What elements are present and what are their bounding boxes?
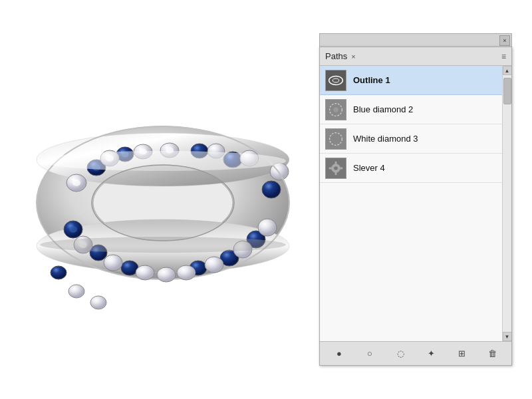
main-container: × Paths × ≡ Outline 1 (0, 0, 532, 399)
stroke-path-button[interactable]: ○ (362, 346, 378, 362)
path-label: Blue diamond 2 (353, 104, 413, 114)
panel-menu-icon[interactable]: ≡ (501, 52, 506, 61)
svg-point-37 (157, 267, 176, 282)
path-label: White diamond 3 (353, 134, 418, 144)
svg-point-45 (51, 266, 66, 279)
panel-title-right: ≡ (501, 52, 506, 61)
paths-panel: Paths × ≡ Outline 1 Blue diamond 2 (319, 47, 512, 366)
svg-rect-54 (326, 129, 346, 149)
panel-title-left: Paths × (325, 51, 356, 61)
scrollbar-track[interactable] (503, 75, 511, 332)
svg-rect-60 (335, 172, 337, 175)
scrollbar-thumb[interactable] (503, 78, 511, 104)
svg-point-38 (177, 265, 196, 280)
scrollbar-arrow-down[interactable]: ▼ (503, 332, 512, 341)
ring-image-area (20, 20, 313, 379)
path-label: Slever 4 (353, 163, 385, 173)
scrollbar-arrow-up[interactable]: ▲ (503, 66, 512, 75)
svg-point-13 (262, 181, 281, 198)
path-item[interactable]: Blue diamond 2 (320, 95, 502, 124)
delete-path-button[interactable]: 🗑 (484, 346, 500, 362)
path-label: Outline 1 (353, 75, 390, 85)
svg-rect-59 (335, 161, 337, 164)
path-thumbnail (325, 99, 346, 120)
fill-path-button[interactable]: ● (331, 346, 347, 362)
panel-window-close-button[interactable]: × (499, 35, 510, 46)
path-thumbnail (325, 128, 346, 150)
make-path-button[interactable]: ✦ (423, 346, 439, 362)
panel-window-titlebar: × (319, 33, 512, 47)
svg-point-58 (334, 166, 338, 170)
svg-rect-62 (340, 167, 343, 169)
svg-point-36 (136, 265, 154, 280)
svg-point-41 (258, 219, 277, 236)
new-path-button[interactable]: ⊞ (454, 346, 469, 362)
paths-panel-container: × Paths × ≡ Outline 1 (319, 33, 512, 366)
path-item[interactable]: Outline 1 (320, 66, 502, 95)
svg-point-44 (92, 165, 234, 241)
svg-point-15 (72, 180, 80, 186)
svg-point-46 (68, 285, 84, 298)
panel-title-text: Paths (325, 51, 347, 61)
panel-body: Outline 1 Blue diamond 2 White diamond 3… (320, 66, 511, 341)
svg-point-47 (90, 296, 106, 309)
svg-point-35 (104, 255, 122, 271)
path-item[interactable]: White diamond 3 (320, 124, 502, 154)
svg-rect-61 (329, 167, 332, 169)
panel-scrollbar: ▲ ▼ (502, 66, 511, 341)
path-thumbnail (325, 158, 346, 179)
path-item[interactable]: Slever 4 (320, 154, 502, 183)
panel-tab-close[interactable]: × (351, 53, 355, 61)
load-as-selection-button[interactable]: ◌ (392, 346, 408, 362)
svg-point-27 (69, 226, 77, 233)
paths-list: Outline 1 Blue diamond 2 White diamond 3… (320, 66, 502, 341)
svg-point-39 (205, 257, 223, 273)
panel-titlebar: Paths × ≡ (320, 47, 511, 66)
path-thumbnail (325, 70, 346, 91)
svg-point-53 (333, 107, 338, 112)
panel-toolbar: ● ○ ◌ ✦ ⊞ 🗑 (320, 341, 511, 365)
